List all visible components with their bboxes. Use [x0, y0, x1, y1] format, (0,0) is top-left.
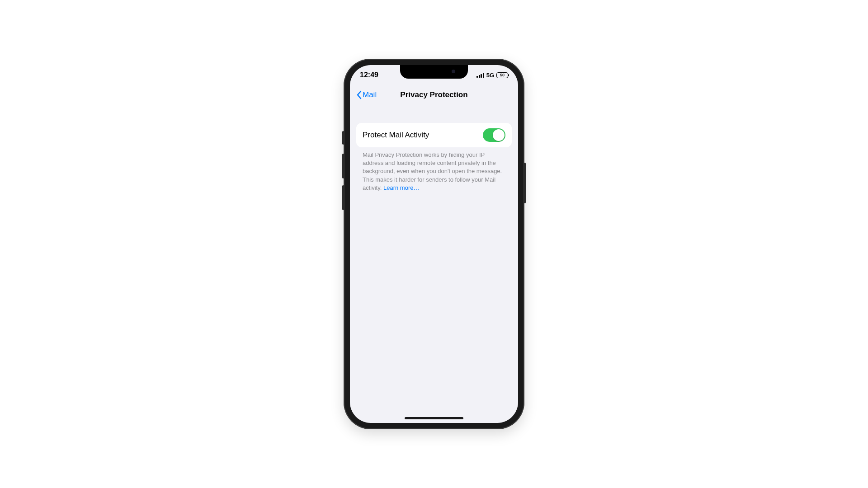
back-button[interactable]: Mail — [354, 85, 379, 105]
nav-bar: Mail Privacy Protection — [350, 85, 518, 105]
settings-footer: Mail Privacy Protection works by hiding … — [363, 151, 505, 192]
status-right: 5G 50 — [476, 72, 508, 79]
page-title: Privacy Protection — [400, 90, 467, 99]
battery-level-text: 50 — [500, 73, 505, 77]
toggle-knob — [493, 129, 505, 141]
notch — [400, 65, 468, 79]
chevron-left-icon — [356, 90, 362, 99]
back-label: Mail — [363, 90, 377, 99]
content-area: Protect Mail Activity Mail Privacy Prote… — [350, 110, 518, 423]
mute-switch-hardware — [342, 131, 344, 145]
network-type: 5G — [486, 72, 494, 79]
canvas: 12:49 5G 50 Mail — [0, 0, 868, 488]
protect-mail-activity-toggle[interactable] — [483, 128, 505, 142]
screen: 12:49 5G 50 Mail — [350, 65, 518, 423]
cellular-signal-icon — [476, 72, 484, 78]
learn-more-link[interactable]: Learn more… — [383, 184, 419, 191]
home-indicator[interactable] — [405, 417, 463, 419]
settings-group: Protect Mail Activity — [356, 123, 512, 147]
power-button-hardware — [524, 163, 526, 203]
protect-mail-activity-label: Protect Mail Activity — [363, 131, 429, 140]
volume-up-hardware — [342, 154, 344, 178]
status-time: 12:49 — [360, 71, 378, 79]
volume-down-hardware — [342, 185, 344, 210]
battery-icon: 50 — [496, 72, 508, 78]
protect-mail-activity-row[interactable]: Protect Mail Activity — [356, 123, 512, 147]
phone-frame: 12:49 5G 50 Mail — [344, 59, 524, 429]
